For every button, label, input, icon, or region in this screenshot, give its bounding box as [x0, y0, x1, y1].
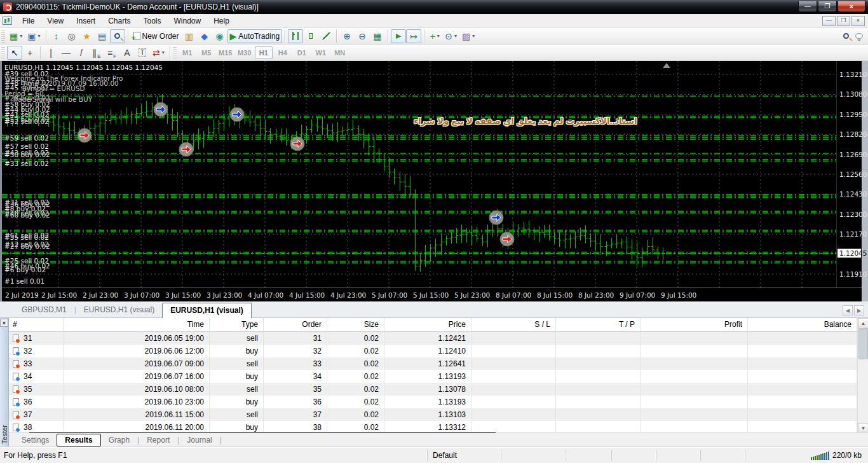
scroll-up-icon[interactable]: ▲ — [858, 318, 868, 329]
chart-area[interactable]: EURUSD,H1 1.12045 1.12045 1.12045 1.1204… — [0, 61, 868, 301]
tester-tab-results[interactable]: Results — [57, 434, 100, 446]
timeframe-m1[interactable]: M1 — [179, 46, 196, 59]
column-header-type[interactable]: Type — [210, 318, 264, 331]
price-chart[interactable] — [2, 61, 836, 287]
menu-help[interactable]: Help — [207, 15, 236, 27]
table-row[interactable]: 312019.06.05 19:00sell310.021.12421 — [9, 332, 857, 345]
dropdown-arrow-icon[interactable]: ▾ — [20, 33, 22, 39]
sell-marker-icon[interactable] — [179, 142, 193, 156]
column-header-balance[interactable]: Balance — [748, 318, 857, 331]
table-row[interactable]: 322019.06.06 12:00buy320.021.12410 — [9, 345, 857, 357]
data-window-button[interactable]: ◎ — [64, 29, 79, 43]
table-row[interactable]: 332019.06.07 09:00sell330.021.12641 — [9, 357, 857, 370]
column-header-size[interactable]: Size — [327, 318, 384, 331]
menu-tools[interactable]: Tools — [137, 15, 168, 27]
status-profile[interactable]: Default — [427, 450, 501, 461]
table-scrollbar[interactable]: ▲ ▼ — [857, 318, 868, 434]
zoom-in-button[interactable]: ⊕ — [339, 29, 355, 43]
time-axis[interactable]: 2 Jul 20192 Jul 15:002 Jul 23:003 Jul 07… — [2, 287, 862, 301]
metaeditor-button[interactable]: ▥ — [182, 29, 197, 43]
buy-marker-icon[interactable] — [489, 211, 503, 225]
timeframe-h4[interactable]: H4 — [274, 46, 292, 59]
column-header-time[interactable]: Time — [64, 318, 210, 331]
table-row[interactable]: 372019.06.11 15:00sell370.021.13103 — [9, 408, 857, 421]
indicators-button[interactable]: +▾ — [427, 29, 442, 43]
cursor-button[interactable]: ↖ — [7, 46, 22, 60]
strategy-tester-button[interactable] — [110, 29, 125, 43]
child-restore-button[interactable]: ❐ — [837, 16, 850, 26]
price-axis[interactable]: 1.12045 1.132101.130801.129501.128201.12… — [836, 61, 862, 287]
terminal-button[interactable]: ▤ — [95, 29, 110, 43]
timeframe-m15[interactable]: M15 — [217, 46, 234, 59]
toolbar-grip[interactable] — [1, 46, 5, 59]
column-header-sl[interactable]: S / L — [471, 318, 556, 331]
chat-icon[interactable] — [855, 33, 863, 39]
tester-tab-settings[interactable]: Settings — [14, 434, 57, 446]
market-watch-button[interactable]: ↕ — [49, 29, 64, 43]
dropdown-arrow-icon[interactable]: ▾ — [472, 33, 475, 39]
scroll-left-icon[interactable]: ◀ — [843, 305, 853, 315]
table-row[interactable]: 342019.06.07 16:00buy340.021.13193 — [9, 370, 857, 383]
timeframe-m5[interactable]: M5 — [198, 46, 215, 59]
toolbar-grip[interactable] — [1, 30, 5, 43]
auto-scroll-button[interactable]: ▶ — [391, 29, 406, 43]
tile-windows-button[interactable]: ▦ — [370, 29, 385, 43]
timeframe-mn[interactable]: MN — [331, 46, 349, 59]
chart-shift-button[interactable]: ↦ — [406, 29, 421, 43]
line-chart-type-button[interactable] — [318, 29, 334, 43]
column-header-order[interactable]: Order — [264, 318, 327, 331]
crosshair-button[interactable]: + — [22, 46, 37, 60]
dropdown-arrow-icon[interactable]: ▾ — [37, 33, 40, 39]
sell-marker-icon[interactable] — [290, 137, 304, 151]
menu-window[interactable]: Window — [168, 15, 208, 27]
mql5-community-button[interactable]: ◆ — [197, 29, 212, 43]
new-chart-button[interactable]: ▦▾ — [7, 29, 25, 43]
signals-button[interactable]: ◉ — [212, 29, 227, 43]
profiles-button[interactable]: ▣▾ — [25, 29, 43, 43]
equidistant-channel-button[interactable]: ∥E — [89, 46, 104, 60]
timeframe-w1[interactable]: W1 — [312, 46, 330, 59]
buy-marker-icon[interactable] — [230, 107, 244, 121]
tester-tab-journal[interactable]: Journal — [179, 434, 219, 446]
timeframe-d1[interactable]: D1 — [293, 46, 311, 59]
chart-window-icon[interactable] — [3, 17, 12, 25]
templates-button[interactable]: ▨▾ — [459, 29, 477, 43]
fibonacci-retracement-button[interactable]: ≡F — [104, 46, 119, 60]
horizontal-line-button[interactable]: — — [58, 46, 74, 60]
menu-insert[interactable]: Insert — [70, 15, 102, 27]
search-icon[interactable] — [843, 33, 849, 39]
buy-marker-icon[interactable] — [154, 102, 168, 116]
trendline-button[interactable]: / — [74, 46, 89, 60]
column-header-price[interactable]: Price — [384, 318, 471, 331]
text-label-button[interactable]: T — [135, 46, 150, 60]
tester-tab-graph[interactable]: Graph — [101, 434, 137, 446]
arrows-tool-button[interactable]: ⇄▾ — [150, 46, 167, 60]
navigator-button[interactable]: ★ — [79, 29, 95, 43]
sell-marker-icon[interactable] — [78, 128, 92, 142]
bar-chart-type-button[interactable] — [288, 29, 303, 43]
candlestick-type-button[interactable] — [303, 29, 318, 43]
table-row[interactable]: 362019.06.10 23:00buy360.021.13193 — [9, 396, 857, 408]
scrollbar-thumb[interactable] — [858, 329, 868, 359]
chart-tab-0[interactable]: GBPUSD,M1 — [14, 303, 74, 317]
child-close-button[interactable]: × — [851, 16, 865, 26]
dropdown-arrow-icon[interactable]: ▾ — [437, 33, 440, 39]
dropdown-arrow-icon[interactable]: ▾ — [162, 50, 165, 55]
menu-charts[interactable]: Charts — [102, 15, 137, 27]
minimize-button[interactable]: — — [798, 1, 817, 12]
dropdown-arrow-icon[interactable]: ▾ — [454, 33, 457, 39]
close-button[interactable]: × — [837, 1, 865, 12]
timeframe-h1[interactable]: H1 — [255, 46, 273, 59]
toolbar-grip[interactable] — [173, 46, 177, 59]
chart-tab-1[interactable]: EURUSD,H1 (visual) — [76, 303, 162, 317]
new-order-button[interactable]: New Order — [131, 29, 182, 43]
table-row[interactable]: 352019.06.10 08:00sell350.021.13078 — [9, 383, 857, 396]
autotrading-button[interactable]: ▶AutoTrading — [227, 29, 283, 43]
tester-tab-report[interactable]: Report — [139, 434, 177, 446]
timeframe-m30[interactable]: M30 — [236, 46, 254, 59]
sell-marker-icon[interactable] — [500, 232, 514, 246]
chart-tab-2[interactable]: EURUSD,H1 (visual) — [162, 303, 252, 318]
column-header-#[interactable]: # — [9, 318, 64, 331]
restore-button[interactable]: ❐ — [818, 1, 837, 12]
menu-view[interactable]: View — [41, 15, 70, 27]
